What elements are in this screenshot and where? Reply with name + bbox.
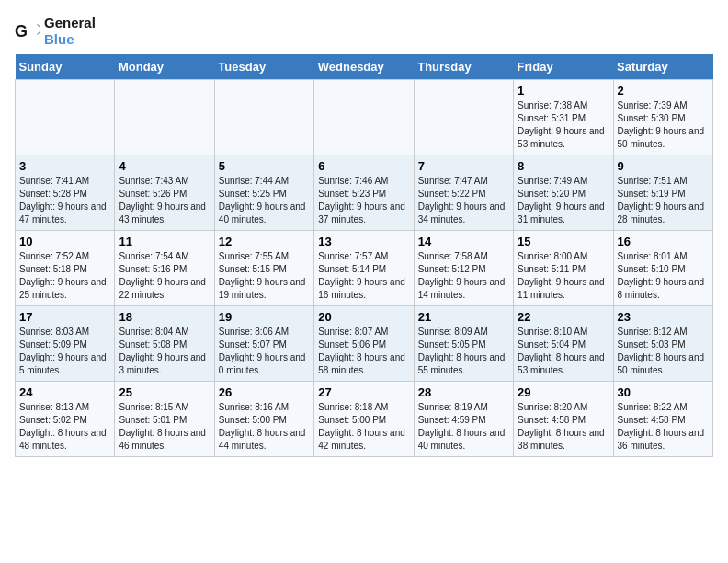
day-number: 8 [518, 159, 609, 173]
calendar-day-cell: 21Sunrise: 8:09 AM Sunset: 5:05 PM Dayli… [414, 306, 513, 382]
day-detail: Sunrise: 7:44 AM Sunset: 5:25 PM Dayligh… [219, 175, 310, 226]
day-number: 2 [618, 84, 709, 98]
day-number: 22 [518, 310, 609, 324]
day-detail: Sunrise: 7:52 AM Sunset: 5:18 PM Dayligh… [19, 250, 110, 302]
calendar-day-cell [115, 80, 214, 155]
day-detail: Sunrise: 7:38 AM Sunset: 5:31 PM Dayligh… [518, 99, 609, 151]
day-number: 28 [418, 385, 509, 399]
calendar-table: SundayMondayTuesdayWednesdayThursdayFrid… [15, 54, 713, 457]
calendar-day-cell: 5Sunrise: 7:44 AM Sunset: 5:25 PM Daylig… [214, 155, 313, 231]
day-detail: Sunrise: 8:03 AM Sunset: 5:09 PM Dayligh… [19, 326, 110, 377]
calendar-day-cell: 16Sunrise: 8:01 AM Sunset: 5:10 PM Dayli… [613, 231, 712, 306]
calendar-week-row: 24Sunrise: 8:13 AM Sunset: 5:02 PM Dayli… [16, 382, 713, 457]
day-detail: Sunrise: 7:41 AM Sunset: 5:28 PM Dayligh… [19, 175, 110, 226]
day-number: 14 [418, 235, 509, 248]
calendar-week-row: 3Sunrise: 7:41 AM Sunset: 5:28 PM Daylig… [16, 155, 713, 231]
calendar-week-row: 17Sunrise: 8:03 AM Sunset: 5:09 PM Dayli… [16, 306, 713, 382]
day-detail: Sunrise: 8:13 AM Sunset: 5:02 PM Dayligh… [19, 401, 110, 453]
day-of-week-header: Friday [514, 54, 613, 80]
calendar-day-cell: 8Sunrise: 7:49 AM Sunset: 5:20 PM Daylig… [514, 155, 613, 231]
day-detail: Sunrise: 7:57 AM Sunset: 5:14 PM Dayligh… [318, 250, 409, 302]
day-detail: Sunrise: 8:16 AM Sunset: 5:00 PM Dayligh… [219, 401, 310, 453]
day-detail: Sunrise: 8:20 AM Sunset: 4:58 PM Dayligh… [518, 401, 609, 453]
calendar-week-row: 10Sunrise: 7:52 AM Sunset: 5:18 PM Dayli… [16, 231, 713, 306]
day-detail: Sunrise: 7:49 AM Sunset: 5:20 PM Dayligh… [518, 175, 609, 226]
calendar-day-cell: 1Sunrise: 7:38 AM Sunset: 5:31 PM Daylig… [514, 80, 613, 155]
day-detail: Sunrise: 7:58 AM Sunset: 5:12 PM Dayligh… [418, 250, 509, 302]
day-detail: Sunrise: 7:55 AM Sunset: 5:15 PM Dayligh… [219, 250, 310, 302]
day-number: 7 [418, 159, 509, 173]
calendar-day-cell: 27Sunrise: 8:18 AM Sunset: 5:00 PM Dayli… [314, 382, 414, 457]
day-detail: Sunrise: 8:22 AM Sunset: 4:58 PM Dayligh… [618, 401, 709, 453]
day-number: 13 [318, 235, 409, 248]
day-detail: Sunrise: 7:43 AM Sunset: 5:26 PM Dayligh… [119, 175, 210, 226]
logo-text: General Blue [44, 15, 96, 47]
day-number: 4 [119, 159, 210, 173]
day-detail: Sunrise: 8:09 AM Sunset: 5:05 PM Dayligh… [418, 326, 509, 377]
calendar-day-cell: 3Sunrise: 7:41 AM Sunset: 5:28 PM Daylig… [16, 155, 115, 231]
day-detail: Sunrise: 7:51 AM Sunset: 5:19 PM Dayligh… [618, 175, 709, 226]
day-number: 21 [418, 310, 509, 324]
day-number: 23 [618, 310, 709, 324]
calendar-day-cell: 4Sunrise: 7:43 AM Sunset: 5:26 PM Daylig… [115, 155, 214, 231]
day-detail: Sunrise: 8:18 AM Sunset: 5:00 PM Dayligh… [318, 401, 409, 453]
day-of-week-header: Monday [115, 54, 214, 80]
day-number: 15 [518, 235, 609, 248]
day-number: 19 [219, 310, 310, 324]
day-of-week-header: Wednesday [314, 54, 414, 80]
day-detail: Sunrise: 8:07 AM Sunset: 5:06 PM Dayligh… [318, 326, 409, 377]
calendar-day-cell: 22Sunrise: 8:10 AM Sunset: 5:04 PM Dayli… [514, 306, 613, 382]
calendar-day-cell: 14Sunrise: 7:58 AM Sunset: 5:12 PM Dayli… [414, 231, 513, 306]
day-of-week-header: Tuesday [214, 54, 313, 80]
day-number: 24 [19, 385, 110, 399]
day-detail: Sunrise: 8:06 AM Sunset: 5:07 PM Dayligh… [219, 326, 310, 377]
calendar-day-cell: 2Sunrise: 7:39 AM Sunset: 5:30 PM Daylig… [613, 80, 712, 155]
day-detail: Sunrise: 8:00 AM Sunset: 5:11 PM Dayligh… [518, 250, 609, 302]
svg-marker-1 [37, 24, 40, 34]
calendar-day-cell: 11Sunrise: 7:54 AM Sunset: 5:16 PM Dayli… [115, 231, 214, 306]
calendar-day-cell: 17Sunrise: 8:03 AM Sunset: 5:09 PM Dayli… [16, 306, 115, 382]
day-number: 3 [19, 159, 110, 173]
day-detail: Sunrise: 7:39 AM Sunset: 5:30 PM Dayligh… [618, 99, 709, 151]
day-number: 6 [318, 159, 409, 173]
calendar-day-cell: 7Sunrise: 7:47 AM Sunset: 5:22 PM Daylig… [414, 155, 513, 231]
calendar-day-cell: 23Sunrise: 8:12 AM Sunset: 5:03 PM Dayli… [613, 306, 712, 382]
day-of-week-header: Sunday [16, 54, 115, 80]
day-number: 25 [119, 385, 210, 399]
day-number: 30 [618, 385, 709, 399]
day-number: 1 [518, 84, 609, 98]
calendar-day-cell: 25Sunrise: 8:15 AM Sunset: 5:01 PM Dayli… [115, 382, 214, 457]
day-detail: Sunrise: 7:46 AM Sunset: 5:23 PM Dayligh… [318, 175, 409, 226]
calendar-day-cell: 13Sunrise: 7:57 AM Sunset: 5:14 PM Dayli… [314, 231, 414, 306]
day-number: 10 [19, 235, 110, 248]
day-number: 18 [119, 310, 210, 324]
logo: G General Blue [15, 15, 96, 47]
logo-icon: G [15, 20, 40, 42]
calendar-day-cell: 24Sunrise: 8:13 AM Sunset: 5:02 PM Dayli… [16, 382, 115, 457]
calendar-day-cell: 15Sunrise: 8:00 AM Sunset: 5:11 PM Dayli… [514, 231, 613, 306]
calendar-day-cell: 10Sunrise: 7:52 AM Sunset: 5:18 PM Dayli… [16, 231, 115, 306]
day-detail: Sunrise: 7:54 AM Sunset: 5:16 PM Dayligh… [119, 250, 210, 302]
day-of-week-header: Saturday [613, 54, 712, 80]
day-detail: Sunrise: 8:15 AM Sunset: 5:01 PM Dayligh… [119, 401, 210, 453]
calendar-day-cell: 12Sunrise: 7:55 AM Sunset: 5:15 PM Dayli… [214, 231, 313, 306]
day-number: 17 [19, 310, 110, 324]
day-number: 12 [219, 235, 310, 248]
calendar-day-cell: 6Sunrise: 7:46 AM Sunset: 5:23 PM Daylig… [314, 155, 414, 231]
calendar-day-cell [314, 80, 414, 155]
day-detail: Sunrise: 8:04 AM Sunset: 5:08 PM Dayligh… [119, 326, 210, 377]
day-number: 16 [618, 235, 709, 248]
day-number: 26 [219, 385, 310, 399]
day-detail: Sunrise: 8:10 AM Sunset: 5:04 PM Dayligh… [518, 326, 609, 377]
day-number: 20 [318, 310, 409, 324]
day-number: 9 [618, 159, 709, 173]
page-header: G General Blue [15, 15, 713, 47]
calendar-day-cell: 18Sunrise: 8:04 AM Sunset: 5:08 PM Dayli… [115, 306, 214, 382]
svg-text:G: G [15, 22, 28, 40]
day-detail: Sunrise: 8:01 AM Sunset: 5:10 PM Dayligh… [618, 250, 709, 302]
calendar-week-row: 1Sunrise: 7:38 AM Sunset: 5:31 PM Daylig… [16, 80, 713, 155]
calendar-day-cell: 20Sunrise: 8:07 AM Sunset: 5:06 PM Dayli… [314, 306, 414, 382]
day-number: 11 [119, 235, 210, 248]
calendar-day-cell: 30Sunrise: 8:22 AM Sunset: 4:58 PM Dayli… [613, 382, 712, 457]
calendar-day-cell [16, 80, 115, 155]
